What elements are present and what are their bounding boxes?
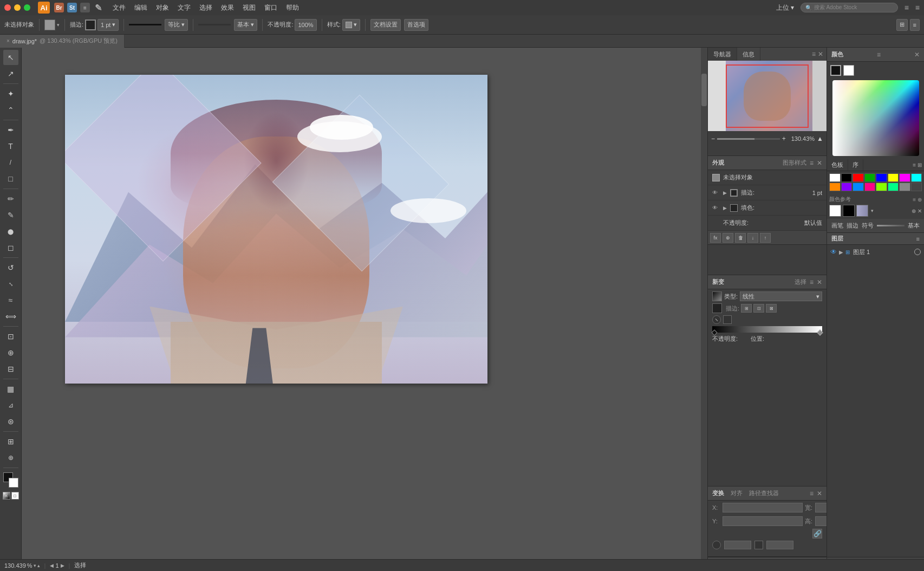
fill-swatch-row[interactable] (730, 204, 738, 212)
stroke-swatch-row[interactable] (730, 189, 738, 197)
vscroll-thumb[interactable] (701, 74, 707, 106)
nav-red-frame[interactable] (726, 64, 809, 128)
width-tool[interactable]: ⟺ (3, 309, 18, 324)
constrain-btn[interactable]: 🔗 (812, 529, 822, 538)
appearance-menu[interactable]: ≡ (810, 159, 814, 167)
magic-wand-tool[interactable]: ✦ (3, 86, 18, 101)
gradient-bar[interactable] (712, 326, 822, 333)
swatch-black[interactable] (841, 173, 853, 182)
layer-expand-arrow[interactable]: ▶ (839, 249, 843, 255)
zoom-out-btn[interactable]: − (711, 135, 715, 142)
pathfinder-link[interactable]: 路径查找器 (749, 489, 779, 497)
next-page[interactable]: ▶ (61, 563, 64, 568)
angle-input[interactable] (724, 541, 751, 549)
swatches-grid-btn[interactable]: ⊞ (918, 162, 922, 168)
ratio-dropdown[interactable]: 等比▾ (165, 19, 188, 31)
blob-brush-tool[interactable]: ⬤ (3, 224, 18, 239)
menu-window[interactable]: 窗口 (264, 3, 277, 12)
pencil-tool[interactable]: ✎ (3, 207, 18, 223)
stroke-btn-1[interactable]: ⊞ (741, 304, 752, 313)
rectangle-tool[interactable]: □ (3, 171, 18, 186)
color-boxes[interactable] (2, 471, 19, 489)
white-fill-btn[interactable]: □ (11, 492, 19, 499)
color-ref-dropdown[interactable]: ▾ (871, 208, 874, 213)
fill-swatch[interactable]: ▾ (44, 20, 60, 30)
layers-menu[interactable]: ≡ (916, 236, 920, 242)
zoom-tool[interactable]: ⊕ (3, 450, 18, 465)
layer-visibility-eye[interactable]: 👁 (830, 248, 837, 256)
style-dropdown[interactable]: ▾ (342, 19, 360, 31)
swatch-yellow[interactable] (888, 173, 899, 182)
artwork-canvas[interactable] (65, 75, 487, 384)
appearance-close[interactable]: ✕ (817, 159, 822, 167)
menu-help[interactable]: 帮助 (286, 3, 299, 12)
clear-appearance[interactable]: 🗑 (735, 233, 746, 243)
fg-color-swatch[interactable] (830, 65, 841, 76)
artboard-tool[interactable]: ⊞ (3, 434, 18, 449)
info-tab[interactable]: 信息 (737, 48, 760, 61)
eraser-tool[interactable]: ◻ (3, 240, 18, 255)
shear-control[interactable] (754, 541, 763, 549)
background-color[interactable] (9, 478, 18, 488)
ref-swatch-1[interactable] (829, 205, 841, 217)
color-ref-remove[interactable]: ✕ (918, 208, 922, 214)
swatch-white[interactable] (829, 173, 841, 182)
rotation-control[interactable] (712, 541, 721, 549)
zoom-in-btn[interactable]: + (782, 135, 786, 142)
brush-tab[interactable]: 画笔 (831, 222, 843, 230)
shape-builder-tool[interactable]: ⊕ (3, 345, 18, 360)
gradient-fill-swatch[interactable] (712, 303, 722, 313)
arrange-dropdown[interactable]: 上位 ▾ (776, 3, 794, 12)
gradient-select-link[interactable]: 选择 (795, 278, 806, 286)
swatch-blue[interactable] (876, 173, 887, 182)
nav-panel-close[interactable]: ✕ (818, 50, 823, 58)
none-fill-btn[interactable]: ✕ (3, 492, 10, 499)
gradient-preview-swatch[interactable] (712, 291, 722, 301)
menu-file[interactable]: 文件 (113, 3, 126, 12)
add-new-stroke[interactable]: fx (710, 233, 721, 243)
panel-icon-1[interactable]: ≡ (905, 3, 909, 12)
swatch-purple[interactable] (841, 183, 853, 191)
color-gradient-area[interactable] (832, 80, 919, 156)
tab-close-btn[interactable]: × (6, 38, 10, 44)
color-ref-add[interactable]: ⊕ (912, 208, 916, 214)
color-wheel[interactable] (832, 80, 919, 156)
gradient-close[interactable]: ✕ (817, 278, 822, 286)
eye-icon-stroke[interactable]: 👁 (712, 190, 720, 196)
selection-tool[interactable]: ↖ (3, 50, 18, 65)
sequence-tab[interactable]: 序 (848, 159, 863, 171)
pen-tool[interactable]: ✒ (3, 122, 18, 138)
zoom-decrement[interactable]: ▾ (34, 563, 36, 568)
menu-edit[interactable]: 编辑 (134, 3, 147, 12)
direct-selection-tool[interactable]: ↗ (3, 66, 18, 81)
line-tool[interactable]: / (3, 155, 18, 170)
opacity-row[interactable]: 👁 不透明度: 默认值 (708, 216, 827, 231)
layer-target-circle[interactable] (914, 249, 921, 255)
paintbrush-tool[interactable]: ✏ (3, 191, 18, 206)
color-panel-close[interactable]: ✕ (914, 51, 920, 59)
color-ref-options[interactable]: ⊕ (918, 197, 922, 203)
menu-view[interactable]: 视图 (243, 3, 256, 12)
swatch-green[interactable] (864, 173, 876, 182)
panel-icon-2[interactable]: ≡ (915, 3, 920, 12)
transform-close[interactable]: ✕ (817, 490, 822, 497)
navigator-tab[interactable]: 导航器 (708, 48, 737, 61)
nav-panel-menu[interactable]: ≡ (812, 50, 816, 58)
swatch-dark-gray[interactable] (911, 183, 922, 191)
x-input[interactable] (723, 503, 803, 512)
scale-tool[interactable]: ⤡ (3, 276, 18, 291)
gradient-aspect-control[interactable] (723, 315, 732, 324)
stroke-value[interactable]: 1 pt ▾ (97, 19, 119, 31)
add-new-fill[interactable]: ⊕ (723, 233, 733, 243)
type-tool[interactable]: T (3, 139, 18, 154)
swatches-menu[interactable]: ≡ (913, 162, 916, 168)
stock-icon[interactable]: St (67, 3, 77, 12)
stock-search[interactable]: 🔍 搜索 Adobe Stock (801, 3, 898, 12)
stroke-btn-3[interactable]: ⊠ (766, 304, 777, 313)
preferences-btn[interactable]: 首选项 (404, 19, 428, 31)
canvas-area[interactable] (22, 48, 707, 571)
graphic-styles-link[interactable]: 图形样式 (783, 159, 806, 167)
vertical-scrollbar[interactable] (701, 48, 707, 564)
doc-settings-btn[interactable]: 文档设置 (370, 19, 401, 31)
swatch-lime[interactable] (876, 183, 887, 191)
